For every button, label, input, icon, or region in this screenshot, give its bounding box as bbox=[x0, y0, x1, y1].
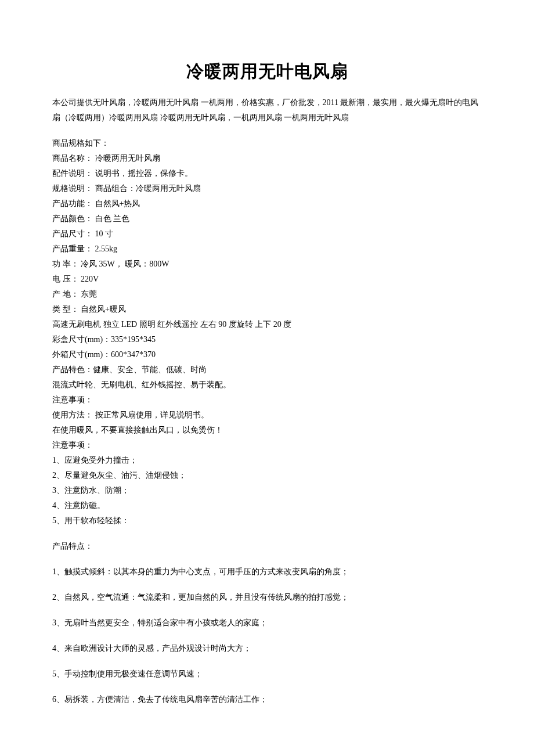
spacer bbox=[52, 656, 482, 667]
feature-line: 1、触摸式倾斜：以其本身的重力为中心支点，可用手压的方式来改变风扇的角度； bbox=[52, 564, 482, 579]
spec-line: 外箱尺寸(mm)：600*347*370 bbox=[52, 347, 482, 362]
spec-line: 配件说明： 说明书，摇控器，保修卡。 bbox=[52, 166, 482, 181]
spec-line: 产品颜色： 白色 兰色 bbox=[52, 211, 482, 226]
spec-line: 规格说明： 商品组合：冷暖两用无叶风扇 bbox=[52, 181, 482, 196]
spec-line: 1、应避免受外力撞击； bbox=[52, 453, 482, 468]
spacer bbox=[52, 682, 482, 692]
spec-line: 使用方法： 按正常风扇使用，详见说明书。 bbox=[52, 408, 482, 423]
spec-line: 功 率： 冷风 35W， 暖风：800W bbox=[52, 257, 482, 272]
feature-line: 6、易拆装，方便清洁，免去了传统电风扇辛苦的清洁工作； bbox=[52, 692, 482, 707]
spacer bbox=[52, 605, 482, 615]
feature-line: 5、手动控制使用无极变速任意调节风速； bbox=[52, 667, 482, 682]
spacer bbox=[52, 579, 482, 590]
spec-line: 产品重量： 2.55kg bbox=[52, 242, 482, 257]
spec-line: 彩盒尺寸(mm)：335*195*345 bbox=[52, 332, 482, 347]
spec-line: 高速无刷电机 独立 LED 照明 红外线遥控 左右 90 度旋转 上下 20 度 bbox=[52, 317, 482, 332]
spacer bbox=[52, 631, 482, 641]
feature-line: 3、无扇叶当然更安全，特别适合家中有小孩或老人的家庭； bbox=[52, 615, 482, 631]
feature-line: 2、自然风，空气流通：气流柔和，更加自然的风，并且没有传统风扇的拍打感觉； bbox=[52, 590, 482, 605]
feature-list: 1、触摸式倾斜：以其本身的重力为中心支点，可用手压的方式来改变风扇的角度；2、自… bbox=[52, 564, 482, 707]
spec-line: 电 压： 220V bbox=[52, 272, 482, 287]
spec-line: 产品尺寸： 10 寸 bbox=[52, 226, 482, 242]
specs-header: 商品规格如下： bbox=[52, 136, 482, 151]
spec-line: 产品特色：健康、安全、节能、低碳、时尚 bbox=[52, 362, 482, 377]
page-title: 冷暖两用无叶电风扇 bbox=[52, 64, 482, 79]
spec-line: 产 地： 东莞 bbox=[52, 287, 482, 302]
spec-line: 注意事项： bbox=[52, 438, 482, 453]
spec-line: 4、注意防磁。 bbox=[52, 498, 482, 513]
spec-line: 在使用暖风，不要直接接触出风口，以免烫伤！ bbox=[52, 423, 482, 438]
features-header: 产品特点： bbox=[52, 539, 482, 554]
spec-line: 商品名称： 冷暖两用无叶风扇 bbox=[52, 151, 482, 166]
feature-line: 4、来自欧洲设计大师的灵感，产品外观设计时尚大方； bbox=[52, 641, 482, 656]
spec-line: 混流式叶轮、无刷电机、红外钱摇控、易于装配。 bbox=[52, 377, 482, 393]
spec-line: 3、注意防水、防潮； bbox=[52, 483, 482, 498]
intro-paragraph: 本公司提供无叶风扇，冷暖两用无叶风扇 一机两用，价格实惠，厂价批发，2011 最… bbox=[52, 95, 482, 125]
spec-line: 5、用干软布轻轻揉： bbox=[52, 513, 482, 528]
spec-line: 类 型： 自然风+暖风 bbox=[52, 302, 482, 317]
spec-line: 注意事项： bbox=[52, 393, 482, 408]
spec-line: 2、尽量避免灰尘、油污、油烟侵蚀； bbox=[52, 468, 482, 483]
spec-list: 商品名称： 冷暖两用无叶风扇配件说明： 说明书，摇控器，保修卡。规格说明： 商品… bbox=[52, 151, 482, 528]
spec-line: 产品功能： 自然风+热风 bbox=[52, 196, 482, 211]
